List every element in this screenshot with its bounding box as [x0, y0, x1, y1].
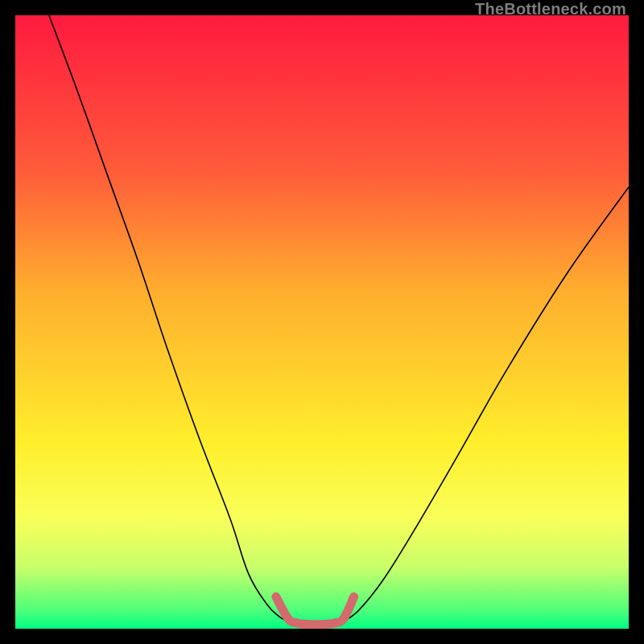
chart-stage: TheBottleneck.com	[0, 0, 644, 644]
plot-area	[15, 15, 629, 629]
chart-svg	[15, 15, 629, 629]
watermark-label: TheBottleneck.com	[475, 0, 626, 19]
